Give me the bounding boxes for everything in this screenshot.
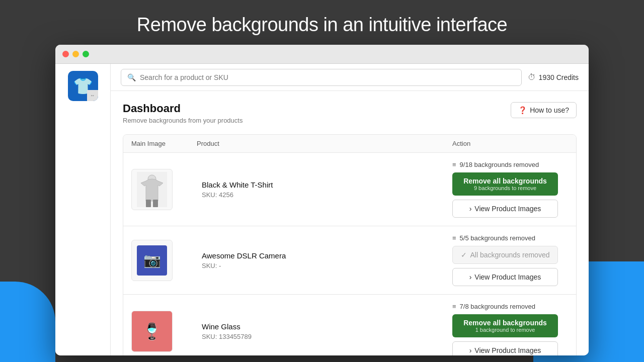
product-thumb-1 xyxy=(131,169,173,210)
dashboard-title: Dashboard xyxy=(123,102,243,115)
bg-status-3: ≡ 7/8 backgrounds removed xyxy=(452,303,568,310)
product-name-3: Wine Glass xyxy=(202,322,452,331)
product-info-1: Black & White T-Shirt SKU: 4256 xyxy=(197,180,452,199)
bg-status-text-3: 7/8 backgrounds removed xyxy=(460,303,535,310)
dashboard-title-group: Dashboard Remove backgrounds from your p… xyxy=(123,102,243,124)
tshirt-image xyxy=(137,172,167,207)
all-removed-badge-2: ✓ All backgrounds removed xyxy=(452,246,558,264)
product-thumb-2: 📷 xyxy=(131,240,173,281)
bg-status-icon-2: ≡ xyxy=(452,234,456,242)
sidebar: 👕 ▪▪ xyxy=(55,64,111,355)
logo-corner-pattern: ▪▪ xyxy=(87,90,98,101)
decorative-shape-left xyxy=(0,282,55,362)
bg-status-2: ≡ 5/5 backgrounds removed xyxy=(452,234,568,242)
browser-content: 👕 ▪▪ 🔍 ⏱ 1930 Credits xyxy=(55,64,589,355)
camera-image: 📷 xyxy=(137,245,167,276)
bg-status-icon-1: ≡ xyxy=(452,161,456,168)
credits-badge: ⏱ 1930 Credits xyxy=(528,73,579,82)
bg-status-icon-3: ≡ xyxy=(452,303,456,310)
search-bar[interactable]: 🔍 xyxy=(121,69,522,86)
all-removed-label-2: All backgrounds removed xyxy=(470,251,550,259)
how-to-label: How to use? xyxy=(530,106,569,114)
table-row: Black & White T-Shirt SKU: 4256 ≡ 9/18 b… xyxy=(123,153,576,226)
app-logo: 👕 ▪▪ xyxy=(68,71,98,101)
dashboard-header: Dashboard Remove backgrounds from your p… xyxy=(123,102,577,124)
table-header: Main Image Product Action xyxy=(123,135,576,153)
product-thumb-3: 🍷 xyxy=(131,311,173,352)
chevron-right-icon-2: › xyxy=(469,273,472,281)
credits-icon: ⏱ xyxy=(528,73,536,82)
window-close-dot[interactable] xyxy=(62,51,69,57)
product-sku-3: SKU: 133455789 xyxy=(202,333,452,340)
search-input[interactable] xyxy=(140,73,515,81)
table-row: 🍷 Wine Glass SKU: 133455789 ≡ 7/8 backgr… xyxy=(123,295,576,355)
svg-rect-2 xyxy=(146,200,151,207)
view-images-button-1[interactable]: › View Product Images xyxy=(452,200,558,218)
browser-titlebar xyxy=(55,45,589,64)
product-sku-2: SKU: - xyxy=(202,262,452,269)
check-icon-2: ✓ xyxy=(461,251,467,259)
page-title: Remove backgrounds in an intuitive inter… xyxy=(0,0,644,45)
bg-status-1: ≡ 9/18 backgrounds removed xyxy=(452,161,568,168)
remove-bg-button-1[interactable]: Remove all backgrounds 9 backgrounds to … xyxy=(452,172,558,196)
col-header-product: Product xyxy=(197,140,452,147)
bg-status-text-2: 5/5 backgrounds removed xyxy=(460,234,535,242)
bg-status-text-1: 9/18 backgrounds removed xyxy=(460,161,539,168)
view-images-label-3: View Product Images xyxy=(474,346,541,354)
how-to-button[interactable]: ❓ How to use? xyxy=(511,102,577,118)
product-sku-1: SKU: 4256 xyxy=(202,191,452,199)
search-icon: 🔍 xyxy=(127,73,136,81)
product-info-2: Awesome DSLR Camera SKU: - xyxy=(197,251,452,269)
chevron-right-icon-1: › xyxy=(469,205,472,213)
app-header: 🔍 ⏱ 1930 Credits xyxy=(111,64,589,91)
view-images-label-1: View Product Images xyxy=(474,205,541,213)
product-name-1: Black & White T-Shirt xyxy=(202,180,452,189)
credits-label: 1930 Credits xyxy=(539,73,579,81)
remove-bg-sub-1: 9 backgrounds to remove xyxy=(459,185,551,191)
dashboard-area: Dashboard Remove backgrounds from your p… xyxy=(111,91,589,355)
window-minimize-dot[interactable] xyxy=(72,51,79,57)
remove-bg-sub-3: 1 background to remove xyxy=(459,327,551,333)
dashboard-subtitle: Remove backgrounds from your products xyxy=(123,117,243,124)
wineglass-image: 🍷 xyxy=(132,311,172,352)
remove-bg-title-3: Remove all backgrounds xyxy=(459,319,551,327)
view-images-button-3[interactable]: › View Product Images xyxy=(452,341,558,355)
col-header-action: Action xyxy=(452,140,568,147)
remove-bg-button-3[interactable]: Remove all backgrounds 1 background to r… xyxy=(452,314,558,337)
main-area: 🔍 ⏱ 1930 Credits Dashboard Remove backgr… xyxy=(111,64,589,355)
products-table: Main Image Product Action xyxy=(123,134,577,355)
window-fullscreen-dot[interactable] xyxy=(83,51,89,57)
browser-window: 👕 ▪▪ 🔍 ⏱ 1930 Credits xyxy=(55,45,589,355)
table-row: 📷 Awesome DSLR Camera SKU: - ≡ 5/5 backg… xyxy=(123,226,576,295)
how-to-icon: ❓ xyxy=(518,106,527,114)
remove-bg-title-1: Remove all backgrounds xyxy=(459,177,551,185)
action-col-2: ≡ 5/5 backgrounds removed ✓ All backgrou… xyxy=(452,234,568,286)
view-images-label-2: View Product Images xyxy=(474,273,541,281)
product-info-3: Wine Glass SKU: 133455789 xyxy=(197,322,452,340)
action-col-1: ≡ 9/18 backgrounds removed Remove all ba… xyxy=(452,161,568,218)
col-header-main-image: Main Image xyxy=(131,140,197,147)
action-col-3: ≡ 7/8 backgrounds removed Remove all bac… xyxy=(452,303,568,355)
chevron-right-icon-3: › xyxy=(469,346,472,354)
view-images-button-2[interactable]: › View Product Images xyxy=(452,268,558,286)
product-name-2: Awesome DSLR Camera xyxy=(202,251,452,260)
svg-rect-3 xyxy=(153,200,158,207)
